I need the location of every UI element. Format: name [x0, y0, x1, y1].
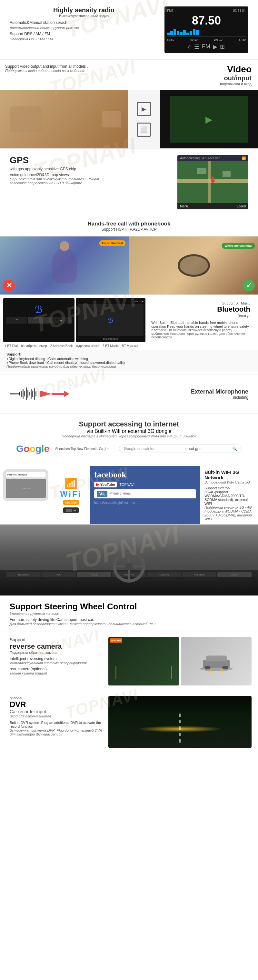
- bt-label2-ru: Адресная книга: [76, 344, 99, 348]
- search-icon[interactable]: 🔍: [232, 447, 237, 451]
- bt-menu-item2: [28, 317, 50, 323]
- camera-ru: Поддержка обратная камера: [10, 651, 105, 654]
- radio-signal-bars: [167, 29, 246, 35]
- svg-rect-6: [223, 171, 231, 177]
- person-head: [60, 241, 69, 251]
- radio-presets: 87.50 90.10 106.10 87.50: [167, 37, 246, 41]
- radio-text: Highly sensity radio Высокочувствительны…: [10, 6, 158, 42]
- dvr-subtitle: Car recorder input: [10, 709, 105, 714]
- video-desc: Support Video output and input from all …: [0, 60, 206, 90]
- bt-label3: 3 BT Music: [103, 344, 119, 348]
- gps-section: TOPNAVI GPS with gps app.highly sensitiv…: [0, 149, 258, 216]
- band-label[interactable]: FM: [202, 43, 210, 50]
- wifi-desc-en: Support external 3G/4G(support WCDMA/CDM…: [204, 486, 253, 506]
- camera-intelligent: Intelligent reversing system: [10, 657, 105, 661]
- svg-rect-20: [52, 393, 65, 395]
- dvr-text: optional DVR Car recorder input Вход для…: [6, 696, 108, 748]
- radio-frequency: 87.50: [167, 14, 246, 27]
- mic-visual: [10, 381, 136, 407]
- svg-marker-21: [64, 391, 69, 397]
- video-title: Video: [213, 64, 252, 75]
- dash-btn-vol[interactable]: VOL: [41, 572, 76, 577]
- svg-rect-5: [197, 168, 206, 174]
- bt-screens-row: ℬ ☰ ◀ 46:53 ▸ ℬ Dial interface Support B…: [0, 298, 258, 342]
- gps-desc-en2: Voice guidance/2D&3D map views: [10, 173, 171, 177]
- video-subtitle: out/input: [213, 75, 252, 82]
- bt-label3-ru: BT Музыка: [122, 344, 139, 348]
- camera-support-label: Support: [10, 637, 105, 642]
- google-company: Shenzhen Top New Electonic. Co.,Ltd: [55, 447, 109, 451]
- handsfree-section: Hands-free call with phonebook Support H…: [0, 216, 258, 295]
- bt-screen2-top: 46:53 ▸: [78, 300, 144, 303]
- gps-signal-icon: 📶: [242, 156, 246, 160]
- phone-screen: TOPNAVI: [6, 479, 46, 498]
- svg-rect-8: [19, 392, 20, 396]
- bt-dial-interface: Dial interface: [78, 337, 144, 340]
- camera-intelligent-ru: Интеллектуальная система реверсирования: [10, 661, 105, 665]
- bt-screen-1: ℬ ☰ ◀: [3, 298, 75, 342]
- gps-title: GPS: [10, 155, 171, 165]
- bluetooth-section: TOPNAVI ℬ ☰ ◀ 46:53 ▸ ℬ Dial interface S…: [0, 295, 258, 374]
- video-screen-content: ▶: [170, 96, 248, 143]
- steering-title: Support Steering Wheel Control: [10, 601, 248, 612]
- steering-text-section: Support Steering Wheel Control Управлени…: [0, 596, 258, 632]
- x-mark-icon: ✕: [3, 280, 15, 291]
- dash-btn-clear[interactable]: CLEAR: [217, 572, 252, 577]
- road-lines: [115, 666, 172, 679]
- wifi-symbol-icon: 📶: [65, 477, 77, 490]
- preset1: 87.50: [167, 38, 174, 41]
- bar1: [167, 33, 170, 35]
- svg-rect-13: [27, 390, 29, 398]
- internet-section: Support accessing to internet via Built-…: [0, 414, 258, 466]
- handsfree-photo-2: Where are you now! ✓: [129, 237, 258, 294]
- svg-rect-32: [222, 666, 228, 669]
- home-icon[interactable]: ⌂: [188, 43, 191, 50]
- loc-icon[interactable]: ▶: [213, 43, 217, 50]
- dash-btn-reserve[interactable]: RESERVE: [6, 572, 41, 577]
- bt-symbol-large: ℬ: [6, 304, 72, 315]
- wifi-ru: Встроенный WiFi Сеть 3G: [204, 480, 253, 484]
- radio-time: 03 11 01: [233, 9, 246, 13]
- fb-phone-field[interactable]: Phone or email: [109, 492, 193, 496]
- video-title-area: Video out/input видеовыход и вход: [206, 60, 258, 90]
- camera-rear: rear camera(optional): [10, 667, 105, 671]
- optional-badge-camera: optional: [110, 638, 122, 643]
- gps-text: GPS with gps app.highly sensitive GPS ch…: [10, 155, 171, 185]
- dvr-night-scene: [108, 696, 252, 748]
- search-example: good gps: [185, 447, 201, 451]
- video-left-image: [0, 90, 128, 148]
- camera-car-image: [181, 637, 252, 686]
- dash-btn-reserve3[interactable]: RESERVE: [147, 572, 181, 577]
- preset2: 90.10: [190, 38, 198, 41]
- bt-menu-item1: ☰: [6, 317, 27, 323]
- vk-logo: Vk: [97, 491, 107, 497]
- internet-title: Support accessing to internet: [10, 420, 248, 428]
- bt-desc-ru: с встроенным Bluetooth, включает безопас…: [151, 328, 250, 339]
- svg-rect-31: [204, 666, 210, 669]
- dash-btn-reserve4[interactable]: RESERVE: [182, 572, 217, 577]
- gps-menu[interactable]: Menu: [180, 205, 188, 208]
- video-content: Support Video output and input from all …: [0, 60, 258, 90]
- dvr-desc-en: Buit in DVR system.Plug an additional DV…: [10, 721, 105, 729]
- list-icon[interactable]: ☰: [194, 43, 199, 50]
- bt-label2: 2 Address Book: [50, 344, 73, 348]
- wifi-desc-ru: Поддержка внешних 3G / 4G (поддержка WCD…: [204, 506, 253, 521]
- steering-main-title: Steering Wheel Control: [44, 601, 137, 611]
- camera-section: TOPNAVI Support reverse camera Поддержка…: [0, 632, 258, 691]
- dvr-desc-ru: Встроенная система DVR. Plug дополнитель…: [10, 729, 105, 736]
- google-search-box[interactable]: Google search for good gps 🔍: [119, 444, 242, 453]
- eq-icon[interactable]: ⊞: [220, 43, 225, 50]
- bt-support-item1: +Digital keyboard dialing +Calls automat…: [6, 357, 252, 361]
- microphone-section: TOPNAVI External Mi: [0, 374, 258, 414]
- svg-marker-19: [40, 391, 52, 397]
- bt-detail-text: Support BT Music Bluetooth блютуз With B…: [147, 298, 255, 342]
- radio-feature1-ru: Автоматический поиск в ручном режиме: [10, 26, 158, 30]
- radio-top-bar: FM1 03 11 01: [167, 9, 246, 13]
- camera-text: Support reverse camera Поддержка обратна…: [6, 637, 108, 686]
- dash-btn-track[interactable]: TRACK: [77, 572, 111, 577]
- speech-bubble-1: I'm on the way!: [99, 240, 126, 246]
- facebook-preview: facebook ▶ YouTube TOPNAVi Vk Phone or e…: [90, 466, 200, 524]
- video-right-screen: ▶: [160, 90, 258, 148]
- preset3: 106.10: [213, 38, 223, 41]
- mic-waveform-svg: [10, 384, 74, 404]
